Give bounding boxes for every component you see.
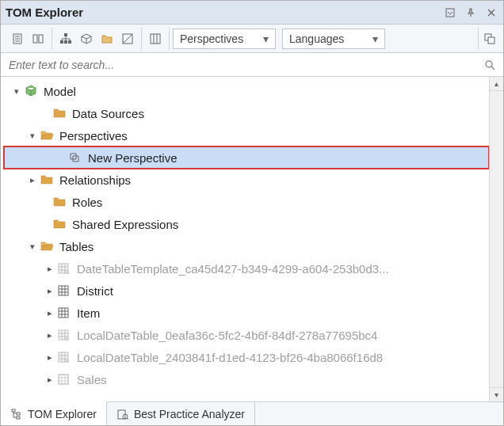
tree-node-table[interactable]: ▸ District <box>4 280 489 302</box>
pin-icon[interactable] <box>464 6 478 20</box>
tree-label: Roles <box>72 196 102 209</box>
tree-label: LocalDateTable_2403841f-d1ed-4123-bf26-4… <box>77 351 383 364</box>
expander-icon[interactable]: ▾ <box>10 85 23 97</box>
tree-node-data-sources[interactable]: ▸ Data Sources <box>4 102 489 124</box>
folder-icon <box>39 173 55 187</box>
tab-label: TOM Explorer <box>28 408 97 420</box>
svg-line-12 <box>123 34 132 44</box>
columns-icon[interactable] <box>145 29 166 49</box>
svg-rect-54 <box>17 413 20 415</box>
tree-view-container: ▾ Model ▸ Data Sources ▾ Perspectives ▸ … <box>1 77 503 401</box>
tree-label: Sales <box>77 373 107 386</box>
search-input[interactable] <box>7 58 483 72</box>
scroll-down-icon[interactable]: ▾ <box>490 387 503 401</box>
svg-text:fx: fx <box>64 358 69 363</box>
languages-dropdown[interactable]: Languages ▾ <box>282 29 385 49</box>
tree-node-tables[interactable]: ▾ Tables <box>4 235 489 257</box>
tree-node-table[interactable]: ▸ fx LocalDateTable_0eafa36c-5fc2-4b6f-8… <box>4 324 489 346</box>
tree-label: Relationships <box>59 173 131 187</box>
tree-label: Model <box>44 85 76 98</box>
tab-best-practice-analyzer[interactable]: Best Practice Analyzer <box>107 402 255 425</box>
tree-label: Item <box>77 306 100 320</box>
tree-node-perspectives[interactable]: ▾ Perspectives <box>4 124 489 146</box>
svg-rect-48 <box>59 375 68 384</box>
tab-tom-explorer[interactable]: TOM Explorer <box>1 401 107 425</box>
hierarchy-icon[interactable] <box>55 29 76 49</box>
expander-icon[interactable]: ▸ <box>44 306 56 319</box>
toolbar-group-objects <box>52 28 142 50</box>
expander-icon[interactable]: ▸ <box>44 351 56 363</box>
tab-label: Best Practice Analyzer <box>134 408 245 420</box>
titlebar: TOM Explorer <box>1 1 503 25</box>
model-icon <box>23 84 39 98</box>
tree-label: Data Sources <box>72 107 144 120</box>
perspective-icon <box>67 150 83 165</box>
tree-node-new-perspective[interactable]: ▸ New Perspective <box>4 146 489 169</box>
svg-text:fx: fx <box>64 336 69 341</box>
expander-icon[interactable]: ▾ <box>26 240 39 253</box>
bottom-tabstrip: TOM Explorer Best Practice Analyzer <box>1 401 503 425</box>
tree-label: Tables <box>59 240 94 253</box>
svg-text:fx: fx <box>64 269 69 275</box>
close-icon[interactable] <box>484 6 498 20</box>
expander-icon[interactable]: ▸ <box>44 284 56 297</box>
svg-rect-26 <box>59 286 68 295</box>
perspectives-dropdown[interactable]: Perspectives ▾ <box>173 29 276 49</box>
tree-node-roles[interactable]: ▸ Roles <box>4 191 489 213</box>
tree-node-model[interactable]: ▾ Model <box>4 80 489 102</box>
view-icon-1[interactable] <box>7 29 28 49</box>
tree-node-table[interactable]: ▸ Item <box>4 302 489 324</box>
languages-label: Languages <box>289 32 344 45</box>
cube-icon[interactable] <box>76 29 97 49</box>
search-icon[interactable] <box>483 58 497 72</box>
calc-table-icon: fx <box>56 328 72 342</box>
tree-node-table[interactable]: ▸ Sales <box>4 368 489 390</box>
slice-icon[interactable] <box>117 29 138 49</box>
tree-icon <box>10 408 23 420</box>
tree-node-table[interactable]: ▸ fx LocalDateTable_2403841f-d1ed-4123-b… <box>4 346 489 368</box>
scroll-track[interactable] <box>490 91 503 387</box>
svg-rect-31 <box>59 308 68 318</box>
expander-icon[interactable]: ▸ <box>44 373 56 386</box>
svg-line-58 <box>127 418 128 420</box>
folder-icon <box>52 106 67 120</box>
folder-icon <box>52 217 67 231</box>
overflow-icon[interactable] <box>478 28 500 50</box>
window-dropdown-icon[interactable] <box>443 6 457 20</box>
window-title: TOM Explorer <box>6 6 443 19</box>
folder-open-icon <box>39 239 55 253</box>
expander-icon[interactable]: ▸ <box>44 262 56 275</box>
tree-label: Shared Expressions <box>72 218 178 231</box>
tree-node-shared-expressions[interactable]: ▸ Shared Expressions <box>4 213 489 235</box>
folder-icon[interactable] <box>97 29 117 49</box>
svg-rect-8 <box>60 40 63 44</box>
table-icon <box>56 372 72 386</box>
calc-table-icon: fx <box>56 261 72 276</box>
expander-icon[interactable]: ▸ <box>26 173 39 186</box>
search-bar <box>1 53 503 77</box>
svg-line-19 <box>491 67 494 70</box>
calc-table-icon: fx <box>56 350 72 364</box>
tree-label: District <box>77 284 113 298</box>
svg-point-18 <box>486 61 492 67</box>
folder-icon <box>52 195 67 209</box>
expander-icon[interactable]: ▸ <box>44 329 56 341</box>
svg-rect-6 <box>39 35 43 43</box>
vertical-scrollbar[interactable]: ▴ ▾ <box>489 77 503 401</box>
table-icon <box>56 306 72 320</box>
scroll-up-icon[interactable]: ▴ <box>490 77 503 91</box>
tree-label: New Perspective <box>88 151 178 165</box>
tree-node-relationships[interactable]: ▸ Relationships <box>4 169 489 191</box>
svg-rect-7 <box>64 33 67 36</box>
tree-node-table[interactable]: ▸ fx DateTableTemplate_ca45d427-b349-429… <box>4 257 489 280</box>
svg-rect-55 <box>17 416 20 419</box>
expander-icon[interactable]: ▾ <box>26 129 39 142</box>
folder-open-icon <box>39 128 55 143</box>
toolbar-group-view <box>4 28 52 50</box>
view-icon-2[interactable] <box>28 29 48 49</box>
window-controls <box>443 6 498 20</box>
svg-rect-5 <box>33 35 37 43</box>
tree-view[interactable]: ▾ Model ▸ Data Sources ▾ Perspectives ▸ … <box>1 77 489 401</box>
tree-label: DateTableTemplate_ca45d427-b349-4299-a60… <box>77 262 389 276</box>
tree-label: LocalDateTable_0eafa36c-5fc2-4b6f-84df-2… <box>77 329 377 342</box>
